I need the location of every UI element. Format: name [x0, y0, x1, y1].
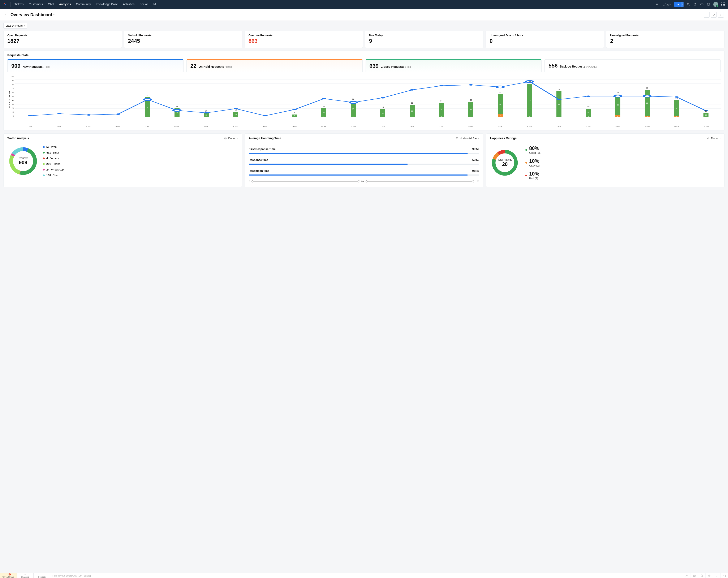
nav-tab-community[interactable]: Community — [76, 0, 91, 8]
gamepad-icon[interactable] — [700, 2, 704, 6]
more-actions-button[interactable]: ⋯ — [704, 12, 709, 18]
mini-stat-card[interactable]: 556Backlog Requests (Average) — [544, 59, 721, 72]
legend-item[interactable]: 251 Phone — [43, 162, 63, 165]
mini-stat-card[interactable]: 22On Hold Requests (Total) — [186, 59, 363, 72]
legend-item[interactable]: 138 Chat — [43, 174, 63, 177]
bar[interactable]: 66 — [292, 114, 297, 117]
legend-label: Email — [53, 151, 59, 154]
kpi-value: 0 — [490, 38, 600, 44]
create-dropdown-toggle[interactable]: ▾ — [681, 2, 683, 7]
xtick: 7 AM — [191, 124, 220, 127]
nav-tab-activities[interactable]: Activities — [123, 0, 134, 8]
bar-slot: 20119 — [574, 75, 603, 117]
bar[interactable]: 38137 — [351, 101, 356, 117]
bar[interactable]: 6262 — [556, 91, 562, 117]
legend-count: 4 — [46, 157, 48, 160]
bar-total-label: 29 — [410, 102, 415, 104]
time-range-filter[interactable]: Last 24 Hours ▾ — [3, 23, 27, 28]
nav-tab-knowledge-base[interactable]: Knowledge Base — [96, 0, 118, 8]
bar[interactable]: 34133 — [439, 103, 444, 117]
legend-item[interactable]: 80%Good (16) — [525, 145, 542, 154]
time-filter-row: Last 24 Hours ▾ — [0, 21, 728, 31]
kpi-card[interactable]: Unassigned Due in 1 hour0 — [486, 31, 604, 48]
bar[interactable]: 1919 — [380, 109, 385, 117]
nav-tab-analytics[interactable]: Analytics — [59, 0, 71, 8]
kpi-card[interactable]: Overdue Requests863 — [244, 31, 363, 48]
bar[interactable]: 1212 — [233, 112, 238, 117]
legend-item[interactable]: 431 Email — [43, 151, 63, 154]
bar[interactable]: 4747 — [145, 97, 150, 117]
bar-total-label: 38 — [351, 98, 356, 100]
bar-slot: 54450 — [603, 75, 632, 117]
xtick: 4 PM — [456, 124, 485, 127]
chart-type-selector[interactable]: Donut ▾ — [707, 137, 721, 140]
xtick: 12 AM — [691, 124, 721, 127]
range-slider[interactable] — [366, 181, 474, 182]
mini-sublabel: (Total) — [44, 65, 50, 69]
apps-grid-icon[interactable] — [721, 2, 725, 6]
nav-tab-tickets[interactable]: Tickets — [15, 0, 24, 8]
svg-point-0 — [687, 3, 689, 5]
bar[interactable]: 2929 — [410, 105, 415, 117]
bar[interactable]: 65263 — [645, 90, 650, 117]
overflow-menu-icon[interactable] — [656, 2, 659, 6]
back-icon[interactable] — [4, 13, 7, 17]
bar[interactable]: 2121 — [175, 108, 180, 117]
svg-rect-3 — [695, 3, 696, 4]
bar-seg-closed: 12 — [233, 112, 238, 117]
chevron-down-icon: ▾ — [478, 137, 479, 139]
bar[interactable]: 3636 — [468, 102, 473, 117]
workspace-switcher[interactable]: zPad ▾ — [663, 3, 671, 6]
bottom-panels-row: Traffic Analysis Donut ▾ Requests 909 56… — [0, 133, 728, 190]
xtick: 9 AM — [250, 124, 280, 127]
bar-total-label: 20 — [586, 106, 591, 108]
bar[interactable]: 21120 — [321, 108, 327, 117]
legend-item[interactable]: 56 Web — [43, 145, 63, 149]
nav-divider — [10, 2, 11, 7]
bar[interactable]: 80179 — [527, 84, 532, 117]
info-button[interactable]: i — [718, 12, 724, 18]
legend-item[interactable]: 4 Forums — [43, 157, 63, 160]
bar[interactable]: 20119 — [586, 109, 591, 117]
mini-stat-card[interactable]: 909New Requests (Total) — [7, 59, 184, 72]
legend-item[interactable]: 24 WhatsApp — [43, 168, 63, 171]
bar-total-label: 62 — [556, 88, 562, 90]
bar[interactable]: 1010 — [703, 113, 708, 117]
hbar-track — [249, 164, 479, 165]
workspace-name: zPad — [663, 3, 670, 6]
kpi-card[interactable]: Open Requests1827 — [3, 31, 122, 48]
ytick: 50 — [11, 95, 14, 97]
app-logo[interactable] — [3, 2, 7, 6]
legend-label: Forums — [50, 157, 59, 160]
bar-slot — [74, 75, 103, 117]
range-slider[interactable] — [252, 181, 360, 182]
nav-tab-social[interactable]: Social — [139, 0, 148, 8]
bar[interactable]: 1010 — [204, 113, 209, 117]
search-icon[interactable] — [686, 2, 690, 6]
notification-icon[interactable] — [693, 2, 697, 6]
collapse-button[interactable] — [711, 12, 717, 18]
legend-item[interactable]: 10%Okay (2) — [525, 158, 542, 167]
nav-tab-chat[interactable]: Chat — [48, 0, 54, 8]
gear-icon[interactable] — [707, 2, 710, 6]
nav-tab-im[interactable]: IM — [153, 0, 156, 8]
nav-tab-customers[interactable]: Customers — [29, 0, 43, 8]
bar-slot: 55748 — [486, 75, 515, 117]
kpi-card[interactable]: Unassigned Requests2 — [606, 31, 725, 48]
create-button[interactable]: + ▾ — [674, 2, 683, 7]
chart-type-selector[interactable]: Horizontal Bar ▾ — [456, 137, 479, 140]
panel-title: Requests Stats — [7, 53, 721, 57]
kpi-card[interactable]: Due Today9 — [365, 31, 484, 48]
mini-sublabel: (Total) — [225, 65, 232, 69]
hbar-track — [249, 153, 479, 154]
bar[interactable]: 54450 — [615, 95, 620, 117]
chevron-down-icon[interactable]: ▾ — [53, 14, 54, 16]
avatar[interactable] — [713, 2, 718, 7]
kpi-card[interactable]: On Hold Requests2445 — [124, 31, 242, 48]
mini-stat-card[interactable]: 639Closed Requests (Total) — [366, 59, 542, 72]
legend-item[interactable]: 10%Bad (2) — [525, 171, 542, 180]
bar[interactable]: 55748 — [498, 94, 503, 117]
bar[interactable]: 40337 — [674, 100, 679, 117]
chart-type-selector[interactable]: Donut ▾ — [224, 137, 238, 140]
bar-seg-closed: 62 — [556, 91, 562, 117]
